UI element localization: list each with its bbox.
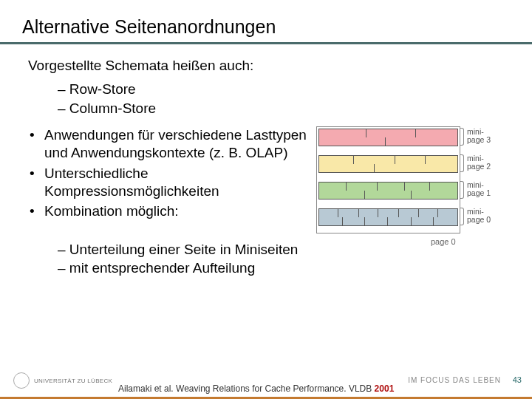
title-rule bbox=[0, 42, 532, 44]
minipage-label: mini- page 3 bbox=[464, 128, 491, 143]
university-name: UNIVERSITÄT ZU LÜBECK bbox=[34, 378, 112, 384]
minipage-2 bbox=[318, 155, 458, 173]
list-item: Unterschiedliche Kompressionsmöglichkeit… bbox=[28, 165, 307, 200]
minipage-0 bbox=[318, 208, 458, 226]
slide-title: Alternative Seitenanordnungen bbox=[22, 16, 510, 38]
citation-year: 2001 bbox=[375, 383, 395, 394]
minipage-label: mini- page 1 bbox=[464, 181, 491, 197]
minipage-3 bbox=[318, 129, 458, 146]
minipage-1 bbox=[318, 182, 458, 200]
store-list: Row-Store Column-Store bbox=[58, 80, 510, 117]
minipage-label: mini- page 2 bbox=[464, 154, 491, 170]
list-item: Kombination möglich: bbox=[28, 202, 307, 220]
list-item: Anwendungen für verschiedene Lasttypen u… bbox=[28, 126, 307, 162]
sub-bullets: Unterteilung einer Seite in Miniseiten m… bbox=[58, 241, 510, 277]
minipage-diagram: mini- page 3 mini- page 2 mini- page 1 m… bbox=[316, 126, 510, 233]
page-label: page 0 bbox=[431, 237, 456, 246]
list-item: Column-Store bbox=[58, 99, 510, 118]
main-bullets: Anwendungen für verschiedene Lasttypen u… bbox=[28, 126, 307, 223]
page-stack bbox=[316, 126, 460, 233]
citation: Ailamaki et al. Weaving Relations for Ca… bbox=[118, 384, 406, 395]
footer: UNIVERSITÄT ZU LÜBECK Ailamaki et al. We… bbox=[0, 364, 532, 399]
university-logo: UNIVERSITÄT ZU LÜBECK bbox=[13, 372, 112, 389]
list-item: mit entsprechender Aufteilung bbox=[58, 259, 510, 278]
minipage-label: mini- page 0 bbox=[464, 208, 491, 223]
list-item: Row-Store bbox=[58, 80, 510, 99]
page-number: 43 bbox=[513, 375, 522, 384]
seal-icon bbox=[13, 372, 30, 389]
intro-text: Vorgestellte Schemata heißen auch: bbox=[28, 58, 510, 74]
footer-motto: IM FOCUS DAS LEBEN bbox=[408, 376, 501, 384]
